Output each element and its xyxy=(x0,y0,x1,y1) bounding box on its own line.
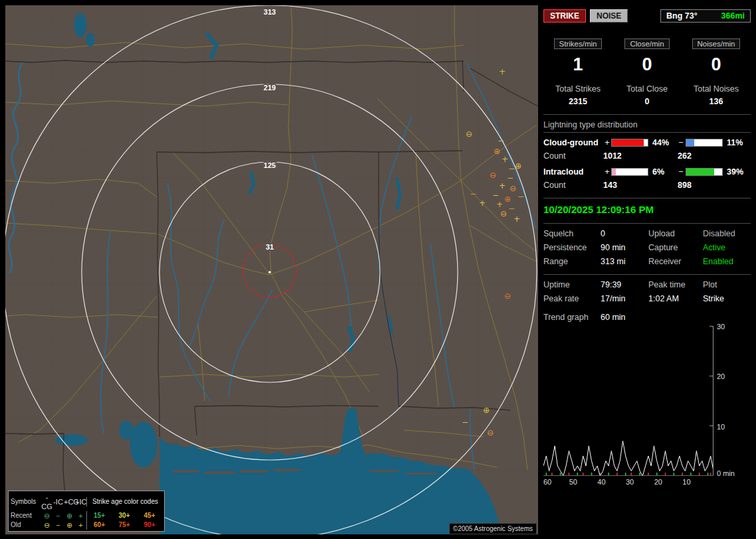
total-noises-label: Total Noises xyxy=(682,84,751,94)
squelch-value: 0 xyxy=(601,229,648,238)
close-per-min-label: Close/min xyxy=(624,38,669,49)
cg-negative-pct: 11% xyxy=(724,138,749,147)
svg-text:−: − xyxy=(498,136,504,145)
strike-mode-button[interactable]: STRIKE xyxy=(543,9,586,23)
ring-label-125: 125 xyxy=(264,161,276,169)
ic-negative-bar xyxy=(686,168,723,176)
svg-text:+: + xyxy=(502,155,508,164)
neg-cg-old-icon: ⊖ xyxy=(41,520,52,530)
legend-col-pos-ic: +IC xyxy=(75,497,86,506)
legend-col-pos-cg: +CG xyxy=(64,497,75,506)
cg-positive-pct: 44% xyxy=(650,138,676,147)
pos-ic-old-icon: + xyxy=(75,520,86,530)
age-15: 15+ xyxy=(86,511,112,520)
trend-graph: 3020100 min 605040302010 xyxy=(543,326,751,489)
svg-text:⊕: ⊕ xyxy=(515,161,521,171)
svg-text:⊖: ⊖ xyxy=(500,209,507,218)
receiver-status: Enabled xyxy=(703,257,751,266)
strikes-per-min-label: Strikes/min xyxy=(554,38,603,49)
svg-text:⊕: ⊕ xyxy=(483,406,490,415)
trend-plot xyxy=(543,326,713,476)
distance-value: 366mi xyxy=(721,11,745,21)
pos-ic-recent-icon: + xyxy=(75,511,86,520)
total-strikes-value: 2315 xyxy=(543,97,613,106)
cloud-ground-label: Cloud-ground xyxy=(543,138,603,147)
settings-grid: Squelch 0 Upload Disabled Persistence 90… xyxy=(543,229,751,266)
uptime-label: Uptime xyxy=(543,280,601,289)
persistence-value: 90 min xyxy=(601,243,648,252)
neg-ic-recent-icon: − xyxy=(52,511,64,520)
noises-per-min-value: 0 xyxy=(682,54,751,75)
trend-line xyxy=(543,441,713,476)
cg-positive-bar xyxy=(611,139,648,147)
capture-label: Capture xyxy=(648,243,703,252)
intracloud-label: Intracloud xyxy=(543,167,603,177)
copyright-notice: ©2005 Astrogenic Systems xyxy=(449,523,537,534)
svg-text:⊖: ⊖ xyxy=(490,171,496,180)
ic-positive-bar xyxy=(611,168,648,176)
lightning-map-panel: 313 219 125 31 ⊖⊕+−⊖−+⊖−⊕+−⊖+−⊕−+−+⊖⊕⊖− … xyxy=(5,5,538,534)
total-close-label: Total Close xyxy=(613,84,682,94)
minus-sign: − xyxy=(676,138,686,147)
noises-per-min-column: Noises/min 0 Total Noises 136 xyxy=(682,38,751,106)
pos-cg-old-icon: ⊕ xyxy=(64,520,75,530)
map-legend: Symbols -CG -IC +CG +IC Strike age color… xyxy=(8,491,165,532)
strikes-per-min-value: 1 xyxy=(543,54,613,75)
plus-sign: + xyxy=(603,138,611,147)
total-strikes-label: Total Strikes xyxy=(543,84,613,94)
cg-negative-count: 262 xyxy=(678,151,751,161)
status-sidebar: STRIKE NOISE Bng 73° 366mi Strikes/min 1… xyxy=(543,5,751,534)
ring-label-31: 31 xyxy=(266,243,274,251)
neg-ic-old-icon: − xyxy=(52,520,64,530)
legend-col-neg-ic: -IC xyxy=(52,497,64,506)
svg-text:+: + xyxy=(479,198,486,208)
svg-text:−: − xyxy=(518,192,524,201)
ic-negative-pct: 39% xyxy=(724,167,749,177)
datetime-display: 10/20/2025 12:09:16 PM xyxy=(543,204,751,215)
svg-text:−: − xyxy=(508,204,515,213)
legend-row-recent-label: Recent xyxy=(11,511,41,520)
total-close-value: 0 xyxy=(613,97,682,106)
age-60: 60+ xyxy=(86,520,112,530)
bearing-value: Bng 73° xyxy=(666,11,698,21)
persistence-label: Persistence xyxy=(543,243,601,252)
svg-text:−: − xyxy=(462,418,468,427)
range-label: Range xyxy=(543,257,601,266)
distribution-title: Lightning type distribution xyxy=(543,120,751,133)
noises-per-min-label: Noises/min xyxy=(692,38,741,49)
noise-mode-button[interactable]: NOISE xyxy=(590,9,628,23)
age-90: 90+ xyxy=(137,520,162,530)
plot-value: Strike xyxy=(703,294,751,303)
plus-sign: + xyxy=(603,167,611,177)
peak-rate-value: 17/min xyxy=(601,294,648,303)
squelch-label: Squelch xyxy=(543,229,601,238)
close-per-min-value: 0 xyxy=(613,54,682,75)
svg-text:⊖: ⊖ xyxy=(466,129,472,139)
svg-text:+: + xyxy=(499,181,506,191)
age-75: 75+ xyxy=(112,520,137,530)
trend-graph-period: 60 min xyxy=(601,313,751,322)
ring-label-313: 313 xyxy=(264,8,276,16)
plot-label: Plot xyxy=(703,280,751,289)
svg-text:⊕: ⊕ xyxy=(494,147,500,156)
cg-positive-count: 1012 xyxy=(603,151,678,161)
svg-text:−: − xyxy=(508,164,515,173)
ic-positive-count: 143 xyxy=(603,181,678,190)
intracloud-count-row: Count 143 898 xyxy=(543,181,751,190)
svg-text:⊖: ⊖ xyxy=(504,291,511,301)
neg-cg-recent-icon: ⊖ xyxy=(41,511,52,520)
cloud-ground-count-row: Count 1012 262 xyxy=(543,151,751,161)
svg-text:⊕: ⊕ xyxy=(504,194,511,204)
peak-rate-label: Peak rate xyxy=(543,294,601,303)
bearing-readout: Bng 73° 366mi xyxy=(660,9,751,23)
ic-negative-count: 898 xyxy=(678,181,751,190)
map-canvas[interactable]: 313 219 125 31 ⊖⊕+−⊖−+⊖−⊕+−⊖+−⊕−+−+⊖⊕⊖− xyxy=(5,5,538,534)
total-noises-value: 136 xyxy=(682,97,751,106)
peak-time-label: Peak time xyxy=(648,280,703,289)
receiver-label: Receiver xyxy=(648,257,703,266)
svg-text:−: − xyxy=(492,191,499,200)
ring-label-219: 219 xyxy=(264,84,276,92)
minus-sign: − xyxy=(676,167,686,177)
age-45: 45+ xyxy=(137,511,162,520)
session-grid: Uptime 79:39 Peak time Plot Peak rate 17… xyxy=(543,280,751,303)
